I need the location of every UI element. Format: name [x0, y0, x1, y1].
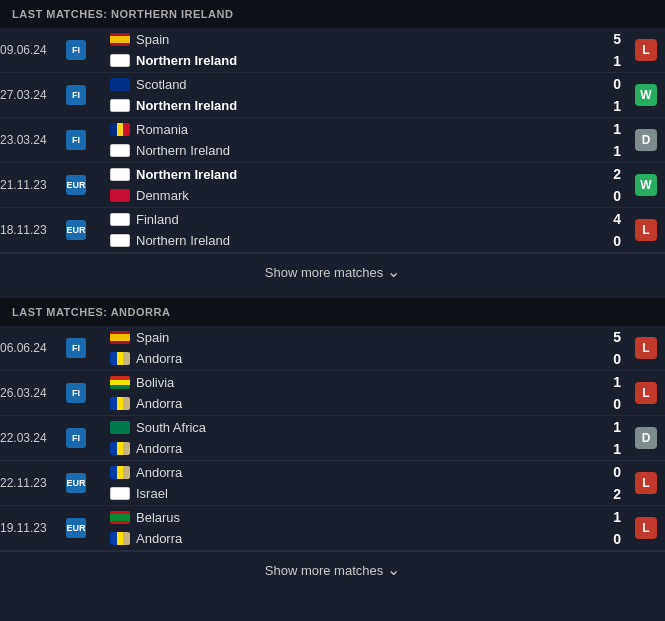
team-name: Andorra [136, 531, 591, 546]
team-name: Andorra [136, 351, 591, 366]
flag-ni [110, 168, 130, 181]
team-line: Northern Ireland [110, 230, 591, 251]
match-block: 26.03.24FIBoliviaAndorra10L [0, 371, 665, 416]
match-date: 27.03.24 [0, 88, 62, 102]
result-column: L [627, 28, 665, 72]
match-block: 23.03.24FIRomaniaNorthern Ireland11D [0, 118, 665, 163]
result-badge: L [635, 472, 657, 494]
section-northern-ireland: LAST MATCHES: NORTHERN IRELAND09.06.24FI… [0, 0, 665, 290]
match-block: 22.03.24FISouth AfricaAndorra11D [0, 416, 665, 461]
team-name: Finland [136, 212, 591, 227]
match-block: 18.11.23EURFinlandNorthern Ireland40L [0, 208, 665, 253]
team-line: Finland [110, 209, 591, 230]
teams-column: Northern IrelandDenmark [110, 163, 591, 207]
show-more-button[interactable]: Show more matches⌄ [0, 551, 665, 588]
show-more-button[interactable]: Show more matches⌄ [0, 253, 665, 290]
scores-column: 51 [591, 28, 627, 72]
competition-badge: FI [66, 85, 86, 105]
team-line: Spain [110, 29, 591, 50]
match-block: 21.11.23EURNorthern IrelandDenmark20W [0, 163, 665, 208]
score-value: 5 [591, 326, 627, 348]
teams-column: AndorraIsrael [110, 461, 591, 505]
team-line: Northern Ireland [110, 50, 591, 71]
flag-belarus [110, 511, 130, 524]
team-name: Northern Ireland [136, 233, 591, 248]
match-date: 06.06.24 [0, 341, 62, 355]
result-badge: D [635, 129, 657, 151]
team-name: Spain [136, 32, 591, 47]
team-name: Israel [136, 486, 591, 501]
scores-column: 02 [591, 461, 627, 505]
team-line: Andorra [110, 393, 591, 414]
flag-bolivia [110, 376, 130, 389]
result-column: D [627, 118, 665, 162]
show-more-label: Show more matches [265, 563, 384, 578]
result-badge: W [635, 84, 657, 106]
score-value: 5 [591, 28, 627, 50]
team-name: Northern Ireland [136, 98, 591, 113]
team-name: Northern Ireland [136, 167, 591, 182]
scores-column: 10 [591, 371, 627, 415]
team-name: Northern Ireland [136, 53, 591, 68]
teams-column: SpainAndorra [110, 326, 591, 370]
flag-sa [110, 421, 130, 434]
team-name: Bolivia [136, 375, 591, 390]
flag-scotland [110, 78, 130, 91]
score-value: 1 [591, 506, 627, 528]
result-badge: D [635, 427, 657, 449]
team-line: Israel [110, 483, 591, 504]
score-value: 2 [591, 483, 627, 505]
score-value: 0 [591, 73, 627, 95]
teams-column: FinlandNorthern Ireland [110, 208, 591, 252]
score-value: 0 [591, 528, 627, 550]
team-line: Belarus [110, 507, 591, 528]
match-date: 09.06.24 [0, 43, 62, 57]
competition-badge: FI [66, 428, 86, 448]
competition-badge: EUR [66, 518, 86, 538]
match-meta: 22.03.24FI [0, 416, 110, 460]
team-line: Bolivia [110, 372, 591, 393]
match-meta: 21.11.23EUR [0, 163, 110, 207]
score-value: 0 [591, 461, 627, 483]
flag-ni [110, 54, 130, 67]
teams-column: ScotlandNorthern Ireland [110, 73, 591, 117]
teams-column: RomaniaNorthern Ireland [110, 118, 591, 162]
flag-romania [110, 123, 130, 136]
team-name: Andorra [136, 396, 591, 411]
result-badge: W [635, 174, 657, 196]
result-badge: L [635, 382, 657, 404]
team-name: Northern Ireland [136, 143, 591, 158]
flag-ni [110, 234, 130, 247]
scores-column: 11 [591, 118, 627, 162]
team-name: Andorra [136, 465, 591, 480]
match-meta: 27.03.24FI [0, 73, 110, 117]
team-name: Andorra [136, 441, 591, 456]
score-value: 0 [591, 185, 627, 207]
score-value: 1 [591, 140, 627, 162]
scores-column: 40 [591, 208, 627, 252]
team-name: Denmark [136, 188, 591, 203]
result-column: W [627, 73, 665, 117]
team-name: Spain [136, 330, 591, 345]
match-date: 22.11.23 [0, 476, 62, 490]
team-line: Andorra [110, 528, 591, 549]
competition-badge: FI [66, 130, 86, 150]
result-column: L [627, 208, 665, 252]
flag-andorra [110, 532, 130, 545]
competition-badge: FI [66, 40, 86, 60]
scores-column: 11 [591, 416, 627, 460]
score-value: 0 [591, 348, 627, 370]
score-value: 1 [591, 118, 627, 140]
section-andorra: LAST MATCHES: ANDORRA06.06.24FISpainAndo… [0, 298, 665, 588]
team-line: Northern Ireland [110, 140, 591, 161]
team-line: Spain [110, 327, 591, 348]
score-value: 1 [591, 438, 627, 460]
team-line: Northern Ireland [110, 164, 591, 185]
flag-ni [110, 144, 130, 157]
flag-denmark [110, 189, 130, 202]
result-badge: L [635, 219, 657, 241]
competition-badge: FI [66, 383, 86, 403]
team-name: Romania [136, 122, 591, 137]
match-date: 22.03.24 [0, 431, 62, 445]
match-date: 26.03.24 [0, 386, 62, 400]
